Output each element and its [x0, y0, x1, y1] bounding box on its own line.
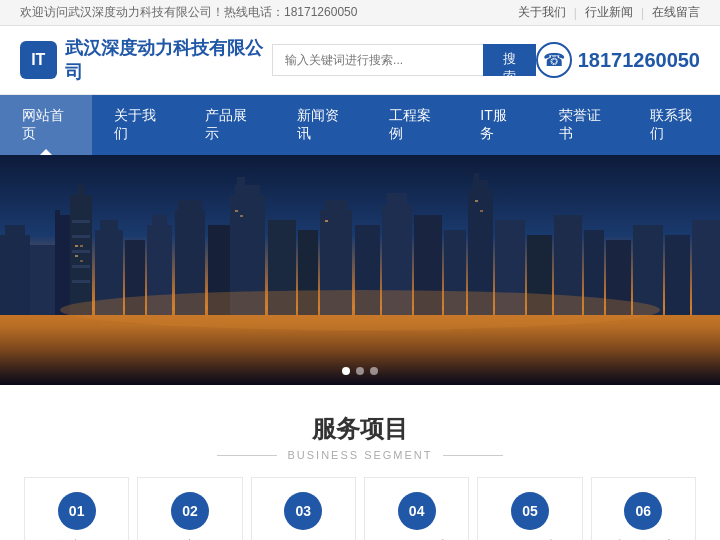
nav-home[interactable]: 网站首页: [0, 95, 92, 155]
top-bar: 欢迎访问武汉深度动力科技有限公司！热线电话：18171260050 关于我们 |…: [0, 0, 720, 26]
service-num-5: 05: [511, 492, 549, 530]
nav-products[interactable]: 产品展示: [183, 95, 275, 155]
svg-rect-15: [100, 220, 118, 230]
service-num-4: 04: [398, 492, 436, 530]
svg-rect-43: [665, 235, 690, 315]
svg-rect-9: [72, 220, 90, 223]
service-card-2[interactable]: 02 数据库软件 服务: [137, 477, 242, 540]
services-section: 服务项目 BUSINESS SEGMENT 01 IT资产管理 服务 02 数据…: [0, 385, 720, 540]
top-bar-links: 关于我们 | 行业新闻 | 在线留言: [518, 4, 700, 21]
service-num-2: 02: [171, 492, 209, 530]
svg-rect-45: [75, 245, 78, 247]
phone-area: ☎ 18171260050: [536, 42, 700, 78]
service-num-3: 03: [284, 492, 322, 530]
svg-rect-20: [178, 200, 202, 212]
hero-dots: [342, 367, 378, 375]
subtitle-line: BUSINESS SEGMENT: [20, 449, 700, 461]
service-card-4[interactable]: 04 服务器除尘 业务: [364, 477, 469, 540]
subtitle-right-line: [443, 455, 503, 456]
section-title-area: 服务项目 BUSINESS SEGMENT: [20, 413, 700, 461]
nav-projects[interactable]: 工程案例: [367, 95, 459, 155]
section-subtitle: BUSINESS SEGMENT: [287, 449, 432, 461]
svg-rect-31: [387, 193, 407, 207]
svg-rect-10: [72, 235, 90, 238]
svg-rect-12: [72, 265, 90, 268]
nav-it-services[interactable]: IT服务: [458, 95, 536, 155]
hero-dot-3[interactable]: [370, 367, 378, 375]
section-title: 服务项目: [20, 413, 700, 445]
svg-rect-44: [692, 220, 720, 315]
subtitle-left-line: [217, 455, 277, 456]
nav-contact[interactable]: 联系我们: [628, 95, 720, 155]
hero-dot-1[interactable]: [342, 367, 350, 375]
svg-rect-7: [70, 195, 92, 315]
top-bar-welcome: 欢迎访问武汉深度动力科技有限公司！热线电话：18171260050: [20, 4, 357, 21]
nav-honor[interactable]: 荣誉证书: [537, 95, 629, 155]
about-link[interactable]: 关于我们: [518, 4, 566, 21]
svg-rect-18: [152, 215, 167, 227]
svg-rect-11: [72, 250, 90, 253]
svg-rect-48: [80, 260, 83, 262]
nav-about[interactable]: 关于我们: [92, 95, 184, 155]
city-skyline: [0, 155, 720, 385]
svg-point-54: [60, 290, 660, 330]
svg-rect-4: [30, 245, 55, 315]
logo-icon: IT: [20, 41, 57, 79]
svg-rect-13: [72, 280, 90, 283]
svg-rect-50: [240, 215, 243, 217]
service-num-6: 06: [624, 492, 662, 530]
service-card-1[interactable]: 01 IT资产管理 服务: [24, 477, 129, 540]
navigation: 网站首页 关于我们 产品展示 新闻资讯 工程案例 IT服务 荣誉证书 联系我们: [0, 95, 720, 155]
logo-area: IT 武汉深度动力科技有限公司: [20, 36, 272, 84]
svg-rect-6: [55, 210, 60, 220]
message-link[interactable]: 在线留言: [652, 4, 700, 21]
svg-rect-8: [78, 185, 84, 200]
nav-news[interactable]: 新闻资讯: [275, 95, 367, 155]
phone-icon: ☎: [536, 42, 572, 78]
svg-rect-49: [235, 210, 238, 212]
hero-dot-2[interactable]: [356, 367, 364, 375]
svg-rect-28: [325, 200, 347, 212]
svg-rect-3: [5, 225, 25, 315]
news-link[interactable]: 行业新闻: [585, 4, 633, 21]
header: IT 武汉深度动力科技有限公司 搜索 ☎ 18171260050: [0, 26, 720, 95]
svg-rect-36: [474, 173, 479, 183]
svg-rect-52: [475, 200, 478, 202]
svg-rect-24: [237, 177, 245, 187]
hero-banner: [0, 155, 720, 385]
phone-number: 18171260050: [578, 49, 700, 72]
svg-rect-47: [75, 255, 78, 257]
svg-rect-42: [633, 225, 663, 315]
service-card-6[interactable]: 06 武汉监控安 装: [591, 477, 696, 540]
service-card-3[interactable]: 03 IT外包服务 就是把企业的IT信息化: [251, 477, 356, 540]
svg-rect-53: [480, 210, 483, 212]
svg-rect-51: [325, 220, 328, 222]
search-button[interactable]: 搜索: [483, 44, 536, 76]
svg-rect-46: [80, 245, 83, 247]
service-card-5[interactable]: 05 网络布线 网络布线，弱电布线，: [477, 477, 582, 540]
company-name: 武汉深度动力科技有限公司: [65, 36, 273, 84]
service-cards: 01 IT资产管理 服务 02 数据库软件 服务 03 IT外包服务 就是把企业…: [20, 477, 700, 540]
search-area: 搜索: [272, 44, 536, 76]
search-input[interactable]: [272, 44, 483, 76]
service-num-1: 01: [58, 492, 96, 530]
